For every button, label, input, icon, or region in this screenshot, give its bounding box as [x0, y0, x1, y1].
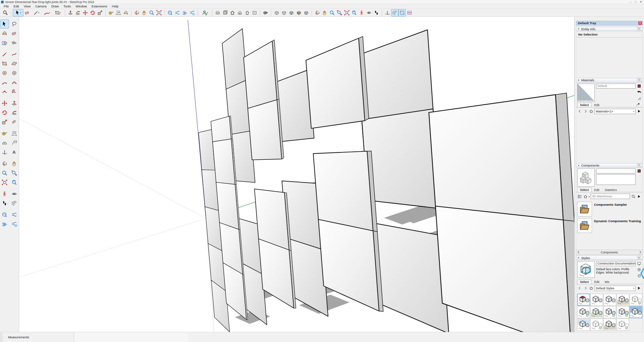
style-wireframe-icon[interactable]	[273, 9, 280, 16]
view-options-icon[interactable]	[577, 194, 582, 199]
orbit-icon[interactable]	[133, 9, 141, 16]
position-camera-icon[interactable]	[0, 189, 9, 198]
tray-title-bar[interactable]: Default Tray ✕	[576, 21, 643, 26]
circle-icon[interactable]	[0, 68, 9, 78]
entity-info-header[interactable]: ▼ Entity Info ✕	[576, 27, 643, 32]
magnifier-icon[interactable]	[2, 9, 9, 16]
tab-statistics[interactable]: Statistics	[602, 188, 620, 192]
tape-measure-icon[interactable]	[0, 129, 9, 138]
zoom-extents-icon[interactable]	[343, 9, 351, 16]
style-thumb-14[interactable]	[616, 319, 629, 331]
minimize-button[interactable]: –	[630, 0, 631, 3]
paint-bucket-icon[interactable]	[0, 29, 9, 38]
walk-icon[interactable]	[0, 199, 9, 208]
style-thumb-5[interactable]	[630, 294, 642, 306]
tab-select[interactable]: Select	[577, 280, 592, 284]
zoom-icon[interactable]	[148, 9, 155, 16]
measurements-value-box[interactable]	[74, 332, 188, 342]
flip-edge-icon[interactable]	[174, 9, 181, 16]
menu-view[interactable]: View	[21, 4, 33, 8]
back-arrow-icon[interactable]	[576, 250, 581, 254]
back-arrow-icon[interactable]	[577, 109, 582, 113]
arc-icon[interactable]	[0, 78, 9, 87]
forward-arrow-icon[interactable]	[583, 286, 588, 290]
text-icon[interactable]: A1	[10, 138, 19, 147]
tab-edit[interactable]: Edit	[592, 188, 602, 192]
style-thumb-1[interactable]	[577, 294, 590, 306]
tray-flyout-arrow[interactable]	[640, 268, 644, 279]
styles-header[interactable]: ▼ Styles ✕	[576, 255, 643, 260]
in-model-icon[interactable]	[589, 286, 593, 290]
warehouse-search-input[interactable]: 3D Warehouse	[591, 194, 630, 199]
pan-icon[interactable]	[321, 9, 328, 16]
drape-icon[interactable]	[189, 9, 196, 16]
tray-close-icon[interactable]: ✕	[638, 21, 642, 25]
rectangle-icon[interactable]	[0, 59, 9, 68]
style-thumb-6[interactable]	[577, 306, 590, 318]
details-icon[interactable]	[637, 286, 641, 290]
pan-icon[interactable]	[141, 9, 148, 16]
axes-tool-icon[interactable]	[0, 148, 9, 157]
zoom-extents-icon[interactable]	[0, 178, 9, 187]
move-icon[interactable]	[82, 9, 89, 16]
freehand-icon[interactable]	[10, 50, 19, 59]
look-around-icon[interactable]	[365, 9, 373, 16]
menu-window[interactable]: Window	[73, 4, 89, 8]
component-list-item[interactable]: Components Sampler	[577, 202, 641, 216]
line-icon[interactable]: ▾	[31, 9, 42, 16]
section-plane-icon[interactable]	[391, 9, 398, 16]
in-model-icon[interactable]	[589, 109, 593, 113]
orbit-icon[interactable]	[314, 9, 321, 16]
iso-view-icon[interactable]	[214, 9, 221, 16]
style-thumb-8[interactable]	[603, 306, 616, 318]
two-point-arc-icon[interactable]	[10, 78, 19, 87]
move-icon[interactable]	[0, 99, 9, 108]
add-detail-icon[interactable]	[0, 219, 9, 229]
menu-draw[interactable]: Draw	[49, 4, 61, 8]
tab-edit[interactable]: Edit	[592, 280, 602, 284]
materials-header[interactable]: ▼ Materials ✕	[576, 78, 643, 83]
scale-icon[interactable]	[96, 9, 104, 16]
rotated-rectangle-icon[interactable]	[10, 59, 19, 68]
zoom-icon[interactable]	[328, 9, 336, 16]
lasso-select-icon[interactable]	[10, 19, 19, 29]
dimensions-icon[interactable]: A1	[115, 9, 122, 16]
component-name-field[interactable]	[596, 168, 636, 174]
polygon-icon[interactable]	[10, 68, 19, 78]
in-model-icon[interactable]	[583, 194, 588, 199]
push-pull-icon[interactable]	[67, 9, 74, 16]
style-thumb-2[interactable]	[590, 294, 603, 306]
select-icon[interactable]: ▾	[13, 9, 23, 16]
orbit-icon[interactable]	[0, 159, 9, 168]
style-name-field[interactable]: Construction Documentation Sty	[596, 261, 636, 266]
style-thumb-10[interactable]	[630, 306, 642, 318]
push-pull-icon[interactable]	[10, 99, 19, 108]
components-header[interactable]: ▼ Components ✕	[576, 163, 643, 168]
eraser-icon[interactable]	[23, 9, 31, 16]
three-d-text-icon[interactable]: A	[10, 148, 19, 157]
menu-edit[interactable]: Edit	[11, 4, 21, 8]
back-view-icon[interactable]	[221, 9, 229, 16]
close-button[interactable]: ✕	[640, 0, 642, 3]
rectangle-icon[interactable]: ▾	[52, 9, 63, 16]
details-icon[interactable]	[637, 109, 641, 113]
line-icon[interactable]	[0, 50, 9, 59]
follow-me-icon[interactable]	[10, 108, 19, 117]
style-thumb-9[interactable]	[616, 306, 629, 318]
scale-icon[interactable]	[0, 117, 9, 127]
monitor-icon[interactable]	[637, 261, 641, 266]
pie-icon[interactable]	[10, 87, 19, 96]
plan-view-icon[interactable]	[251, 9, 258, 16]
paint-bucket-icon[interactable]	[122, 9, 129, 16]
forward-arrow-icon[interactable]	[583, 109, 588, 113]
tape-measure-icon[interactable]	[107, 9, 115, 16]
tab-mix[interactable]: Mix	[602, 280, 612, 284]
follow-me-icon[interactable]	[74, 9, 82, 16]
menu-extensions[interactable]: Extensions	[89, 4, 109, 8]
section-plane-icon[interactable]	[10, 199, 19, 208]
tab-select[interactable]: Select	[577, 103, 592, 107]
top-view-icon[interactable]	[244, 9, 251, 16]
look-around-icon[interactable]	[10, 189, 19, 198]
back-arrow-icon[interactable]	[577, 286, 582, 290]
account-icon[interactable]: ▾	[200, 9, 210, 16]
